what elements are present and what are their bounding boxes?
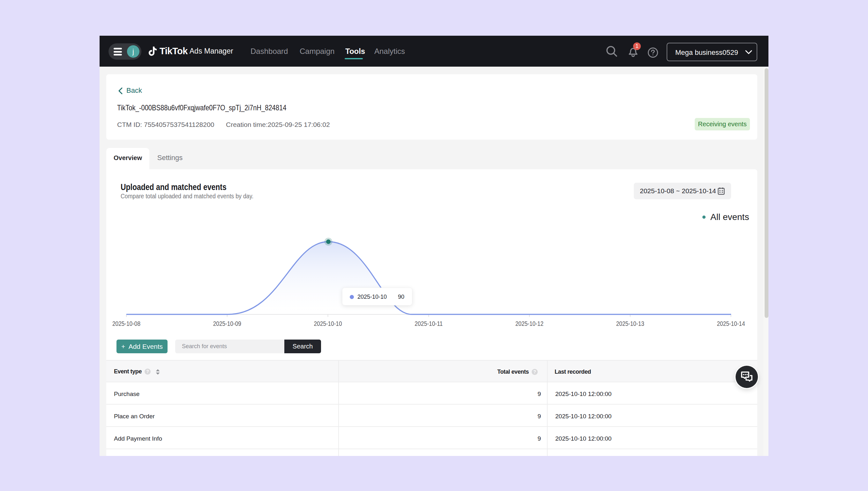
svg-text:2025-10-09: 2025-10-09 (213, 320, 241, 327)
svg-text:2025-10-08: 2025-10-08 (112, 320, 140, 327)
svg-text:2025-10-11: 2025-10-11 (414, 320, 443, 327)
svg-text:2025-10-14: 2025-10-14 (717, 320, 745, 327)
svg-text:2025-10-10: 2025-10-10 (314, 320, 342, 327)
svg-text:2025-10-12: 2025-10-12 (515, 320, 543, 327)
svg-text:2025-10-13: 2025-10-13 (616, 320, 644, 327)
